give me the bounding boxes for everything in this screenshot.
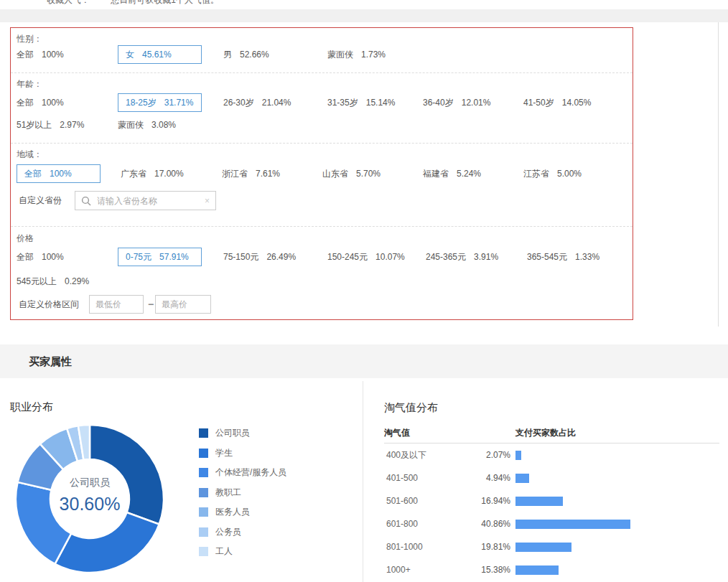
- filter-section-title: 年龄：: [17, 78, 42, 90]
- taoqi-range: 601-800: [386, 512, 418, 535]
- filter-option-value: 7.61%: [256, 169, 280, 179]
- filter-option[interactable]: 245-365元3.91%: [426, 248, 498, 266]
- province-search-input[interactable]: [95, 195, 202, 207]
- filter-option[interactable]: 浙江省7.61%: [222, 164, 280, 183]
- clipped-top-row: 收藏人气： 您目前可获收藏1个人气值。: [0, 0, 728, 9]
- filter-section-title: 价格: [17, 233, 34, 245]
- filter-option[interactable]: 全部100%: [17, 45, 64, 64]
- legend-item[interactable]: 教职工: [199, 483, 286, 503]
- filter-row: 全部100%18-25岁31.71%26-30岁21.04%31-35岁15.1…: [11, 93, 633, 112]
- taoqi-bar: [515, 497, 563, 506]
- filter-section-title: 性别：: [17, 33, 42, 45]
- filter-option[interactable]: 广东省17.00%: [121, 164, 184, 183]
- legend-label: 医务人员: [215, 506, 250, 518]
- taoqi-chart-title: 淘气值分布: [384, 401, 438, 415]
- clipped-metric-label: 收藏人气：: [47, 0, 90, 5]
- filter-option-value: 3.08%: [151, 120, 176, 130]
- occupation-donut-chart: 公司职员30.60%: [7, 415, 179, 582]
- taoqi-row: 400及以下2.07%: [384, 443, 722, 466]
- taoqi-row: 501-60016.94%: [384, 489, 722, 512]
- filter-option-selected[interactable]: 女45.61%: [118, 45, 202, 64]
- legend-item[interactable]: 个体经营/服务人员: [199, 463, 286, 483]
- clear-input-icon[interactable]: ×: [205, 196, 210, 206]
- legend-label: 公务员: [215, 526, 241, 538]
- filter-option-selected[interactable]: 全部100%: [17, 164, 101, 183]
- filter-option-label: 全部: [17, 98, 34, 108]
- column-divider: [363, 381, 363, 582]
- filter-option[interactable]: 福建省5.24%: [423, 164, 481, 183]
- legend-item[interactable]: 学生: [199, 443, 286, 464]
- taoqi-percentage: 2.07%: [427, 443, 510, 466]
- filter-option-label: 山东省: [322, 169, 348, 179]
- filter-option[interactable]: 26-30岁21.04%: [223, 93, 291, 112]
- filter-row: 51岁以上2.97%蒙面侠3.08%: [11, 116, 633, 134]
- filter-option[interactable]: 全部100%: [17, 93, 64, 112]
- custom-price-label: 自定义价格区间: [19, 295, 79, 314]
- filter-option[interactable]: 75-150元26.49%: [223, 248, 296, 266]
- filter-option[interactable]: 全部100%: [17, 248, 64, 266]
- legend-item[interactable]: 公司职员: [199, 423, 286, 443]
- filter-option-value: 1.73%: [361, 50, 386, 60]
- filter-row: 全部100%广东省17.00%浙江省7.61%山东省5.70%福建省5.24%江…: [11, 164, 633, 183]
- buyer-attributes-header: 买家属性: [0, 344, 728, 378]
- filter-option-value: 2.97%: [60, 120, 84, 130]
- filter-option-label: 全部: [17, 50, 34, 60]
- taoqi-range: 400及以下: [386, 443, 426, 466]
- filter-option-label: 江苏省: [523, 169, 549, 179]
- filter-option[interactable]: 蒙面侠3.08%: [118, 116, 176, 134]
- legend-swatch: [199, 527, 208, 537]
- province-search-box[interactable]: ×: [75, 191, 216, 210]
- filter-option-label: 全部: [24, 169, 42, 179]
- max-price-input[interactable]: [155, 295, 211, 314]
- filter-option-label: 男: [223, 50, 232, 60]
- legend-item[interactable]: 公务员: [199, 522, 286, 543]
- filter-option-label: 福建省: [423, 169, 449, 179]
- filter-option-value: 5.70%: [356, 169, 381, 179]
- filter-option[interactable]: 31-35岁15.14%: [327, 93, 395, 112]
- filter-option[interactable]: 51岁以上2.97%: [17, 116, 84, 134]
- taoqi-bar: [515, 474, 529, 483]
- filter-option[interactable]: 山东省5.70%: [322, 164, 381, 183]
- filter-option-value: 10.07%: [375, 252, 405, 262]
- filter-option-value: 26.49%: [266, 252, 296, 262]
- legend-swatch: [199, 428, 208, 438]
- filter-option[interactable]: 545元以上0.29%: [17, 272, 89, 291]
- filter-option-value: 1.33%: [575, 252, 599, 262]
- filter-option[interactable]: 365-545元1.33%: [527, 248, 599, 266]
- filter-option[interactable]: 41-50岁14.05%: [523, 93, 591, 112]
- taoqi-bar: [515, 520, 630, 529]
- filter-option[interactable]: 江苏省5.00%: [523, 164, 582, 183]
- filter-option-value: 5.24%: [457, 169, 481, 179]
- filter-option-value: 100%: [42, 98, 64, 108]
- filter-option-value: 52.66%: [240, 50, 269, 60]
- legend-item[interactable]: 医务人员: [199, 502, 286, 522]
- filter-option[interactable]: 蒙面侠1.73%: [327, 45, 386, 64]
- taoqi-table-header: 淘气值 支付买家数占比: [384, 423, 719, 442]
- legend-item[interactable]: 工人: [199, 542, 286, 562]
- taoqi-col-share: 支付买家数占比: [515, 423, 576, 442]
- filter-option[interactable]: 男52.66%: [223, 45, 269, 64]
- search-icon: [81, 196, 91, 206]
- audience-filter-panel: 性别：全部100%女45.61%男52.66%蒙面侠1.73%年龄：全部100%…: [10, 27, 633, 320]
- filter-option-selected[interactable]: 0-75元57.91%: [118, 248, 202, 266]
- filter-option-selected[interactable]: 18-25岁31.71%: [118, 93, 202, 112]
- taoqi-col-range: 淘气值: [384, 423, 410, 442]
- filter-option-label: 31-35岁: [327, 98, 358, 108]
- donut-slice[interactable]: [55, 512, 159, 573]
- filter-option-label: 广东省: [121, 169, 146, 179]
- filter-option-label: 150-245元: [327, 252, 368, 262]
- filter-option[interactable]: 150-245元10.07%: [327, 248, 405, 266]
- min-price-input[interactable]: [89, 295, 144, 314]
- filter-option[interactable]: 36-40岁12.01%: [423, 93, 490, 112]
- filter-option-label: 545元以上: [17, 276, 57, 286]
- price-range-separator: −: [148, 299, 154, 310]
- filter-option-value: 12.01%: [462, 98, 491, 108]
- taoqi-range: 501-600: [386, 489, 418, 512]
- filter-option-value: 5.00%: [557, 169, 582, 179]
- filter-option-label: 41-50岁: [523, 98, 554, 108]
- filter-option-value: 3.91%: [474, 252, 498, 262]
- occupation-legend: 公司职员学生个体经营/服务人员教职工医务人员公务员工人: [199, 423, 286, 562]
- filter-option-value: 45.61%: [142, 50, 172, 60]
- filter-section-separator: [11, 72, 633, 73]
- filter-option-label: 18-25岁: [126, 98, 157, 108]
